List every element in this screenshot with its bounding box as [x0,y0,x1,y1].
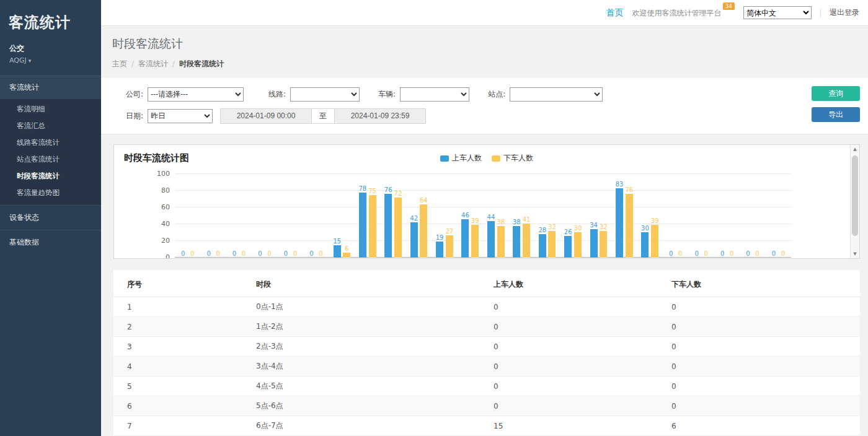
bar-wrap: 64 [420,174,428,258]
page-head: 时段客流统计 主页/客流统计/时段客流统计 [101,26,868,77]
filter-panel: 公司: ---请选择--- 线路: 车辆: 站点: 日期: 昨日 至 查询 导出 [101,77,868,134]
bar-pair: 00 [231,174,247,258]
table-cell: 6点-7点 [256,416,494,436]
chart-category: 384113点-14点 [508,174,534,259]
y-tick-label: 20 [161,237,170,245]
bar[interactable] [410,222,418,258]
chart-bars: 000点-1点001点-2点002点-3点003点-4点004点-5点005点-… [175,174,791,259]
bar[interactable] [369,195,376,258]
scrollbar-up-icon[interactable]: ▲ [853,147,856,152]
bar[interactable] [334,245,341,258]
scrollbar-down-icon[interactable]: ▼ [853,251,856,256]
table-header-cell: 上车人数 [494,274,671,297]
bar[interactable] [564,236,572,258]
home-link[interactable]: 首页 [606,7,624,19]
bar[interactable] [343,253,350,258]
date-preset-select[interactable]: 昨日 [148,109,213,123]
bar[interactable] [436,242,443,258]
table-cell: 0 [671,297,860,317]
bar-pair: 7672 [384,174,402,258]
sidebar-section-device-status[interactable]: 设备状态 [0,205,101,230]
bar-pair: 2832 [538,174,556,258]
bar[interactable] [641,232,649,258]
table-row: 65点-6点00 [113,396,860,416]
sidebar-item-passenger-flow-detail[interactable]: 客流明细 [0,101,101,118]
line-select[interactable] [290,87,360,102]
bar[interactable] [394,198,402,258]
bar[interactable] [548,231,556,258]
bar-wrap: 75 [368,174,376,258]
scrollbar[interactable]: ▲ ▼ [850,145,859,258]
table-cell: 0 [671,337,860,357]
bar-value-label: 15 [333,238,341,245]
table-cell: 5点-6点 [256,396,494,416]
bar[interactable] [497,226,505,258]
table-cell: 0 [671,357,860,377]
bar[interactable] [539,234,546,258]
table-cell: 0 [671,396,860,416]
bar[interactable] [626,194,633,258]
logout-link[interactable]: 退出登录 [830,7,859,18]
bar-wrap: 78 [358,174,366,258]
bar-wrap: 0 [770,174,777,258]
table-cell: 0 [494,317,671,337]
legend-item[interactable]: 下车人数 [492,153,533,164]
profile-user-dropdown[interactable]: AQGJ▾ [9,56,92,64]
sidebar-section-base-data[interactable]: 基础数据 [0,230,101,255]
bar[interactable] [384,194,392,258]
bar[interactable] [616,188,623,258]
bar[interactable] [590,229,598,258]
welcome-label: 欢迎使用客流统计管理平台 [632,9,722,17]
bar[interactable] [446,235,453,258]
bar[interactable] [574,232,582,258]
scrollbar-thumb[interactable] [852,155,858,236]
company-select[interactable]: ---请选择--- [148,87,244,102]
bar-value-label: 76 [625,186,633,193]
chart-category: 192710点-11点 [432,174,457,259]
bar[interactable] [600,231,607,258]
sidebar-item-station-passenger-stats[interactable]: 站点客流统计 [0,151,101,168]
bar[interactable] [513,226,520,258]
bar-pair: 4264 [410,174,427,258]
export-button[interactable]: 导出 [812,107,860,122]
language-select[interactable]: 简体中文 [743,6,812,19]
bar-pair: 2630 [564,174,582,258]
chart-category: 1566点-7点 [329,174,355,259]
bar-wrap: 15 [333,174,341,258]
sidebar-item-passenger-flow-summary[interactable]: 客流汇总 [0,118,101,134]
sidebar-item-timeperiod-passenger-stats[interactable]: 时段客流统计 [0,168,101,185]
bar[interactable] [359,193,366,258]
bar-value-label: 32 [600,224,608,230]
vehicle-select[interactable] [400,87,469,102]
sidebar-section-passenger-stats[interactable]: 客流统计 [0,76,101,99]
date-start-input[interactable] [220,108,312,124]
bar-wrap: 76 [625,174,633,258]
bar[interactable] [420,204,427,258]
bar[interactable] [471,225,479,258]
bar-value-label: 0 [284,250,288,257]
bar[interactable] [487,221,495,258]
table-header-cell: 序号 [113,274,256,297]
bar[interactable] [651,225,658,258]
table-cell: 5 [113,377,256,396]
bar-pair: 7875 [358,174,376,258]
chart-category: 001点-2点 [200,174,226,259]
table-body: 10点-1点0021点-2点0032点-3点0043点-4点0054点-5点00… [113,297,860,436]
legend-item[interactable]: 上车人数 [440,153,482,164]
query-button[interactable]: 查询 [812,86,860,101]
date-end-input[interactable] [334,108,426,124]
bar-value-label: 76 [384,186,392,193]
sidebar-item-line-passenger-stats[interactable]: 线路客流统计 [0,134,101,151]
sidebar-item-passenger-flow-trend[interactable]: 客流量趋势图 [0,185,101,201]
bar[interactable] [461,219,469,258]
breadcrumb-passenger-stats[interactable]: 客流统计 [138,59,168,68]
station-select[interactable] [510,87,603,102]
breadcrumb-home[interactable]: 主页 [112,59,127,68]
bar-wrap: 46 [461,174,469,258]
chart-category: 005点-6点 [303,174,329,259]
table-cell: 2点-3点 [256,337,494,357]
bar-value-label: 44 [487,214,495,220]
bar[interactable] [523,224,530,258]
chart-category: 837617点-18点 [611,174,637,259]
app-brand: 客流统计 [0,0,101,43]
